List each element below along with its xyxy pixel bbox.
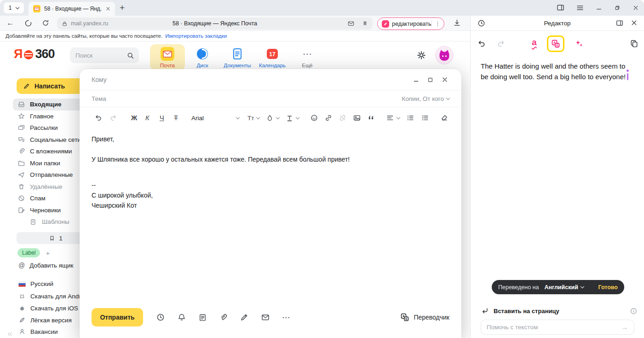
collapse-corner-icon[interactable] xyxy=(6,331,13,337)
ai-helper-inputbox[interactable]: → xyxy=(481,320,634,335)
import-bookmarks-link[interactable]: Импортировать закладки xyxy=(165,33,227,39)
app-documents[interactable]: Документы xyxy=(220,44,255,70)
survey-icon[interactable] xyxy=(198,313,207,322)
to-field[interactable]: Кому xyxy=(80,69,461,90)
browser-ring-icon[interactable] xyxy=(24,19,33,28)
edit-button[interactable]: редактировать ⋮ xyxy=(377,17,444,30)
language-switch[interactable]: Русский xyxy=(18,280,53,287)
app-calendar[interactable]: 17 Календарь xyxy=(255,44,290,70)
submit-arrow-icon[interactable]: → xyxy=(621,323,628,332)
signature-pen-icon[interactable] xyxy=(240,313,249,322)
refresh-icon[interactable] xyxy=(41,19,50,27)
improve-text-icon[interactable]: a xyxy=(532,38,537,47)
label-tag[interactable]: Label xyxy=(17,248,40,257)
add-label-button[interactable]: + xyxy=(46,249,50,257)
address-bar[interactable]: mail.yandex.ru 58 · Входящие — Яндекс По… xyxy=(57,17,373,29)
download-ios-link[interactable]: Скачать для iOS xyxy=(18,304,78,312)
compose-button-label: Написать xyxy=(34,82,65,90)
apple-icon xyxy=(18,304,26,312)
insert-to-page-action[interactable]: Вставить на страницу xyxy=(481,306,638,316)
compose-minimize-icon[interactable] xyxy=(413,76,420,83)
font-size-dropdown[interactable]: Tт xyxy=(247,115,259,122)
open-in-window-icon[interactable] xyxy=(615,19,624,27)
window-restore-icon[interactable] xyxy=(614,4,621,12)
emoji-icon[interactable] xyxy=(310,114,318,122)
app-more[interactable]: ⋯ Ещё xyxy=(290,44,325,70)
envelope-icon[interactable] xyxy=(261,313,270,322)
info-icon[interactable] xyxy=(630,307,638,315)
download-icon[interactable] xyxy=(453,18,461,27)
russian-flag-icon xyxy=(18,281,26,287)
svg-text:А: А xyxy=(402,315,405,318)
sparkles-icon[interactable] xyxy=(575,39,584,48)
mail-check-icon[interactable] xyxy=(347,20,355,27)
side-panel-icon[interactable] xyxy=(556,3,565,12)
tab-counter[interactable]: 1 xyxy=(4,2,24,13)
strikethrough-button[interactable]: Т xyxy=(174,114,181,122)
attach-file-icon[interactable] xyxy=(219,313,228,322)
translate-tool-highlighted[interactable]: Аб xyxy=(547,35,564,52)
vacancies-link[interactable]: Вакансии xyxy=(18,328,58,335)
compose-close-icon[interactable] xyxy=(441,76,448,83)
chevron-down-icon xyxy=(581,285,584,288)
eraser-icon[interactable] xyxy=(440,114,448,122)
tab-mail[interactable]: 58 · Входящие — Янд... xyxy=(29,2,115,16)
app-mail[interactable]: Почта xyxy=(150,44,185,70)
reminder-bell-icon[interactable] xyxy=(177,313,186,322)
search-box[interactable] xyxy=(70,47,139,63)
font-family-dropdown[interactable]: Arial xyxy=(191,115,239,122)
chevron-down-icon xyxy=(236,115,240,119)
bullet-list-icon[interactable] xyxy=(406,114,414,122)
bold-button[interactable]: Ж xyxy=(131,114,138,122)
bookmark-flag-icon[interactable] xyxy=(362,20,368,27)
download-android-link[interactable]: Скачать для Android xyxy=(18,292,89,300)
back-icon[interactable]: ← xyxy=(6,19,14,27)
numbered-list-icon[interactable] xyxy=(421,114,429,122)
underline-button[interactable]: Ч xyxy=(160,114,167,122)
italic-button[interactable]: К xyxy=(145,114,153,122)
quote-icon[interactable] xyxy=(367,114,375,122)
text-color-dropdown[interactable] xyxy=(286,114,299,122)
edit-more-icon[interactable]: ⋮ xyxy=(435,20,440,27)
undo-icon[interactable] xyxy=(94,114,103,122)
image-icon[interactable] xyxy=(353,114,361,122)
panel-undo-icon[interactable] xyxy=(477,39,486,48)
fill-color-dropdown[interactable] xyxy=(266,114,279,122)
unlink-icon[interactable] xyxy=(339,114,347,122)
align-dropdown[interactable] xyxy=(386,114,400,122)
panel-redo-icon[interactable] xyxy=(496,39,506,48)
star-icon xyxy=(17,112,25,120)
window-minimize-icon[interactable] xyxy=(595,4,603,12)
tab-close-icon[interactable] xyxy=(105,6,111,12)
panel-close-icon[interactable] xyxy=(630,19,638,27)
add-mailbox-button[interactable]: @ Добавить ящик xyxy=(18,262,74,269)
insert-icon xyxy=(481,307,489,315)
menu-icon[interactable] xyxy=(576,4,584,12)
translator-button[interactable]: Аб Переводчик xyxy=(400,313,449,322)
search-input[interactable] xyxy=(75,52,126,59)
avatar[interactable] xyxy=(435,46,454,64)
body-line: У Шляпника все хорошо у остальных кажетс… xyxy=(92,154,449,164)
language-dropdown[interactable]: Английский xyxy=(544,284,583,291)
cc-from-toggle[interactable]: Копии, От кого xyxy=(402,95,449,102)
subject-field[interactable]: Тема Копии, От кого xyxy=(80,90,461,107)
tab-bar: 1 58 · Входящие — Янд... + xyxy=(0,0,644,16)
done-button[interactable]: Готово xyxy=(598,284,618,291)
app-disk[interactable]: Диск xyxy=(185,44,220,70)
light-version-link[interactable]: Лёгкая версия xyxy=(18,316,72,324)
send-button[interactable]: Отправить xyxy=(92,308,143,326)
link-icon[interactable] xyxy=(324,114,333,122)
new-tab-button[interactable]: + xyxy=(120,3,125,13)
folder-label: Рассылки xyxy=(30,124,58,131)
schedule-clock-icon[interactable] xyxy=(156,313,165,322)
gear-icon[interactable] xyxy=(416,50,426,60)
redo-icon[interactable] xyxy=(109,114,117,122)
more-options-icon[interactable]: ⋯ xyxy=(282,313,290,322)
message-body[interactable]: Привет, У Шляпника все хорошо у остальны… xyxy=(80,128,461,210)
copy-icon[interactable] xyxy=(630,39,638,48)
compose-expand-icon[interactable] xyxy=(427,77,433,83)
ai-helper-input[interactable] xyxy=(487,324,617,331)
yandex-360-logo[interactable]: Я 360 xyxy=(14,47,54,61)
services-row: Почта Диск Документы 17 Календарь ⋯ Ещё xyxy=(150,44,325,70)
window-close-icon[interactable] xyxy=(632,4,639,12)
